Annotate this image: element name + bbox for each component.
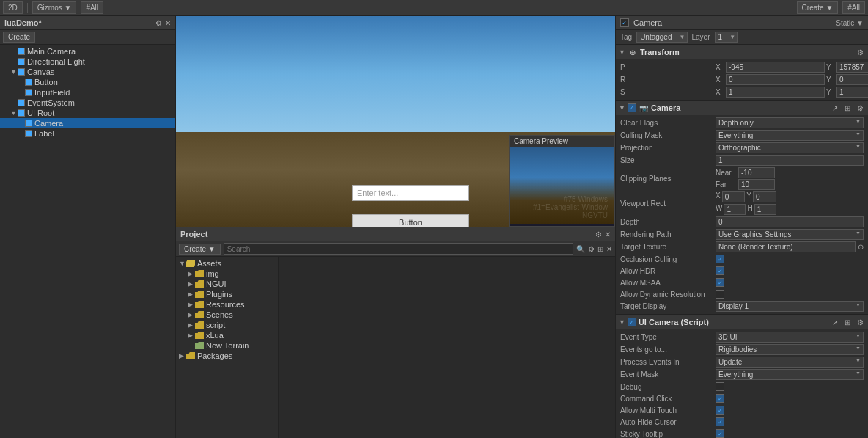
- hdr-checkbox[interactable]: [716, 266, 724, 275]
- project-item-xlua[interactable]: ▶ xLua: [176, 330, 278, 340]
- position-y-input[interactable]: [836, 62, 868, 73]
- checkbox-label[interactable]: [25, 130, 32, 137]
- viewport-h-input[interactable]: [754, 204, 776, 215]
- ui-input-field[interactable]: Enter text...: [352, 185, 469, 201]
- prop-size: Size: [616, 154, 868, 167]
- hierarchy-item-directional-light[interactable]: Directional Light: [0, 56, 175, 67]
- checkbox-directional-light[interactable]: [18, 58, 25, 65]
- scale-x-input[interactable]: [726, 87, 825, 98]
- position-x-input[interactable]: [726, 62, 825, 73]
- project-packages-root[interactable]: ▶ Packages: [176, 351, 278, 361]
- all-filter[interactable]: #All: [81, 1, 103, 14]
- culling-mask-select[interactable]: Everything: [716, 130, 864, 141]
- tag-dropdown[interactable]: Untagged ▼: [636, 32, 687, 43]
- ui-camera-icon3[interactable]: ⚙: [855, 317, 865, 327]
- ui-camera-header[interactable]: ▼ UI Camera (Script) ↗ ⊞ ⚙: [616, 315, 868, 329]
- camera-settings-icon2[interactable]: ⊞: [842, 103, 853, 113]
- hierarchy-item-camera[interactable]: Camera: [0, 118, 175, 128]
- checkbox-main-camera[interactable]: [18, 48, 25, 55]
- hierarchy-create-btn[interactable]: Create: [3, 32, 35, 43]
- scene-canvas[interactable]: Enter text... Button: [176, 16, 615, 227]
- project-search-input[interactable]: [224, 243, 573, 255]
- rotation-x-input[interactable]: [726, 74, 825, 85]
- dynamic-checkbox[interactable]: [716, 290, 724, 299]
- hierarchy-lock-icon[interactable]: ⚙: [155, 19, 162, 27]
- project-item-img[interactable]: ▶ img: [176, 269, 278, 279]
- inspector-panel: Camera Static ▼ Tag Untagged ▼ Layer 1 ▼…: [615, 16, 868, 438]
- far-input[interactable]: [738, 179, 775, 190]
- project-search-icon[interactable]: 🔍: [576, 245, 585, 253]
- create-dropdown[interactable]: Create ▼: [797, 1, 839, 14]
- debug-checkbox[interactable]: [716, 382, 724, 391]
- depth-input[interactable]: [716, 216, 864, 227]
- checkbox-camera[interactable]: [25, 120, 32, 127]
- clear-flags-select[interactable]: Depth only: [716, 117, 864, 128]
- project-item-new-terrain[interactable]: New Terrain: [176, 340, 278, 351]
- ui-button[interactable]: Button: [352, 214, 469, 227]
- hierarchy-item-inputfield[interactable]: InputField: [0, 87, 175, 98]
- camera-settings-icon1[interactable]: ↗: [830, 103, 840, 113]
- hierarchy-item-ui-root[interactable]: ▼ UI Root: [0, 108, 175, 118]
- command-click-checkbox[interactable]: [716, 394, 724, 403]
- hierarchy-item-button[interactable]: Button: [0, 77, 175, 87]
- allow-multi-label: Allow Multi Touch: [620, 406, 716, 415]
- 2d-toggle[interactable]: 2D: [3, 1, 23, 14]
- project-lock2-icon[interactable]: ✕: [606, 245, 612, 253]
- ui-camera-icon1[interactable]: ↗: [830, 317, 840, 327]
- viewport-y-input[interactable]: [753, 191, 776, 202]
- occlusion-checkbox[interactable]: [716, 255, 724, 263]
- checkbox-inputfield[interactable]: [25, 89, 32, 96]
- static-label[interactable]: Static ▼: [836, 19, 864, 27]
- project-item-script[interactable]: ▶ script: [176, 320, 278, 330]
- msaa-checkbox[interactable]: [716, 278, 724, 287]
- rotation-y-input[interactable]: [836, 74, 868, 85]
- sticky-checkbox[interactable]: [716, 429, 724, 438]
- project-item-resources[interactable]: ▶ Resources: [176, 299, 278, 310]
- target-texture-icon[interactable]: ⊙: [858, 243, 864, 251]
- project-assets-root[interactable]: ▼ Assets: [176, 258, 278, 269]
- project-item-ngui[interactable]: ▶ NGUI: [176, 279, 278, 289]
- project-item-scenes[interactable]: ▶ Scenes: [176, 310, 278, 320]
- event-mask-select[interactable]: Everything: [716, 369, 864, 380]
- near-input[interactable]: [738, 167, 775, 178]
- checkbox-ui-root[interactable]: [18, 109, 25, 117]
- transform-settings-icon[interactable]: ⚙: [855, 47, 865, 57]
- ui-camera-icon2[interactable]: ⊞: [842, 317, 853, 327]
- hierarchy-item-label[interactable]: Label: [0, 128, 175, 139]
- camera-settings-icon3[interactable]: ⚙: [855, 103, 865, 113]
- events-go-select[interactable]: Rigidbodies: [716, 344, 864, 355]
- gizmos-dropdown[interactable]: Gizmos ▼: [32, 1, 77, 14]
- viewport-x-input[interactable]: [722, 191, 746, 202]
- viewport-label: Viewport Rect: [620, 200, 716, 208]
- project-close-icon[interactable]: ✕: [605, 230, 611, 238]
- hierarchy-item-eventsystem[interactable]: EventSystem: [0, 98, 175, 108]
- camera-enabled-checkbox[interactable]: [628, 103, 636, 112]
- checkbox-canvas[interactable]: [18, 68, 25, 76]
- scale-y-input[interactable]: [836, 87, 868, 98]
- project-create-btn[interactable]: Create ▼: [179, 244, 221, 255]
- ui-camera-enabled-checkbox[interactable]: [628, 318, 636, 326]
- project-panel-icon[interactable]: ⊞: [597, 245, 603, 253]
- viewport-w-input[interactable]: [724, 204, 746, 215]
- project-settings-icon[interactable]: ⚙: [588, 245, 595, 253]
- checkbox-eventsystem[interactable]: [18, 99, 25, 106]
- process-events-select[interactable]: Update: [716, 357, 864, 368]
- allow-multi-checkbox[interactable]: [716, 406, 724, 415]
- target-display-select[interactable]: Display 1: [716, 301, 864, 312]
- transform-header[interactable]: ▼ ⊕ Transform ⚙: [616, 45, 868, 59]
- projection-select[interactable]: Orthographic: [716, 142, 864, 153]
- rendering-path-select[interactable]: Use Graphics Settings: [716, 229, 864, 240]
- all2-filter[interactable]: #All: [842, 1, 865, 14]
- size-input[interactable]: [716, 155, 864, 166]
- project-item-plugins[interactable]: ▶ Plugins: [176, 289, 278, 299]
- hierarchy-item-canvas[interactable]: ▼ Canvas: [0, 67, 175, 77]
- camera-header[interactable]: ▼ 📷 Camera ↗ ⊞ ⚙: [616, 101, 868, 115]
- hierarchy-close-icon[interactable]: ✕: [165, 19, 171, 27]
- project-lock-icon[interactable]: ⚙: [595, 230, 602, 238]
- object-active-checkbox[interactable]: [620, 18, 629, 27]
- checkbox-button[interactable]: [25, 79, 32, 86]
- auto-hide-checkbox[interactable]: [716, 417, 724, 426]
- layer-dropdown[interactable]: 1 ▼: [715, 32, 738, 43]
- event-type-select[interactable]: 3D UI: [716, 332, 864, 343]
- hierarchy-item-main-camera[interactable]: Main Camera: [0, 46, 175, 56]
